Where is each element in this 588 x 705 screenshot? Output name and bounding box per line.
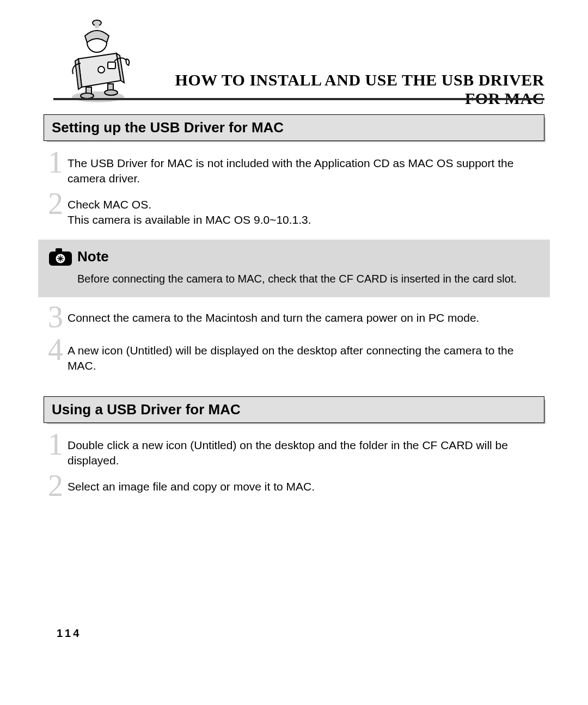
svg-rect-2 [108,62,115,69]
step-text: Double click a new icon (Untitled) on th… [68,437,544,468]
step-number: 3 [44,302,68,332]
section-heading-text: Using a USB Driver for MAC [44,396,544,423]
step-number: 1 [44,429,68,468]
step-item: 3 Connect the camera to the Macintosh an… [44,309,544,332]
step-text: A new icon (Untitled) will be displayed … [68,342,544,373]
step-number: 1 [44,147,68,186]
section-heading-setup: Setting up the USB Driver for MAC [44,114,544,141]
step-text: The USB Driver for MAC is not included w… [68,155,544,186]
note-text: Before connecting the camera to MAC, che… [77,271,540,286]
note-title: Note [77,248,109,265]
section-heading-using: Using a USB Driver for MAC [44,396,544,423]
note-box: Note Before connecting the camera to MAC… [38,240,550,297]
step-number: 2 [44,470,68,501]
camera-note-icon [48,246,73,267]
step-item: 1 Double click a new icon (Untitled) on … [44,437,544,468]
page-number: 114 [57,627,81,640]
step-item: 2 Select an image file and copy or move … [44,478,544,501]
step-text: Select an image file and copy or move it… [68,478,544,501]
section-heading-text: Setting up the USB Driver for MAC [44,114,544,141]
step-item: 2 Check MAC OS. This camera is available… [44,196,544,228]
step-text: Connect the camera to the Macintosh and … [68,309,544,332]
page-title: HOW TO INSTALL AND USE THE USB DRIVER FO… [144,71,544,108]
svg-rect-11 [56,248,62,253]
mascot-icon [60,11,136,103]
step-item: 4 A new icon (Untitled) will be displaye… [44,342,544,373]
title-underline [53,98,544,100]
svg-rect-5 [95,24,99,28]
svg-point-9 [105,90,118,95]
page-header: HOW TO INSTALL AND USE THE USB DRIVER FO… [44,16,544,103]
step-number: 4 [44,334,68,373]
step-number: 2 [44,188,68,228]
manual-page: HOW TO INSTALL AND USE THE USB DRIVER FO… [0,0,588,705]
step-item: 1 The USB Driver for MAC is not included… [44,155,544,186]
step-text: Check MAC OS. This camera is available i… [68,196,544,228]
svg-point-1 [98,66,105,73]
